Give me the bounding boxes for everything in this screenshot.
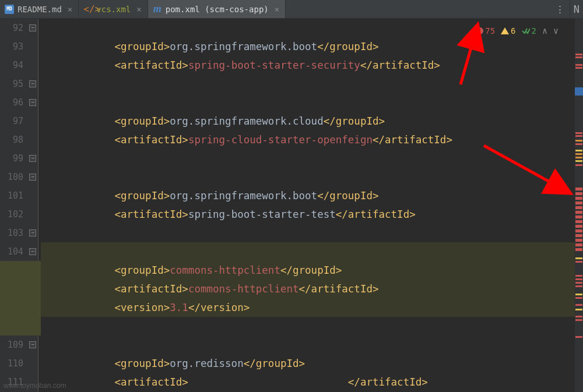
- maven-icon: m: [153, 3, 162, 15]
- line-number: 92: [0, 19, 23, 37]
- error-stripe-marker[interactable]: [575, 275, 582, 277]
- code-line[interactable]: <artifactId>spring-cloud-starter-openfei…: [41, 130, 575, 149]
- error-stripe-marker[interactable]: [575, 64, 582, 66]
- error-stripe-marker[interactable]: [575, 206, 582, 209]
- code-line[interactable]: <artifactId> </artifactId>: [41, 373, 575, 391]
- line-number: 100: [0, 168, 23, 186]
- error-stripe-marker[interactable]: [575, 150, 582, 151]
- error-stripe-marker[interactable]: [575, 294, 582, 295]
- error-stripe-marker[interactable]: [575, 229, 582, 232]
- tab-vcs[interactable]: </> vcs.xml ×: [79, 0, 147, 18]
- code-line[interactable]: <artifactId>commons-httpclient</artifact…: [41, 280, 575, 298]
- right-panel-toggle[interactable]: N: [570, 0, 583, 18]
- code-line[interactable]: <artifactId>spring-boot-starter-test</ar…: [41, 205, 575, 224]
- fold-gutter[interactable]: −−−−−−−−−: [28, 19, 38, 392]
- close-icon[interactable]: ×: [65, 5, 72, 14]
- inspections-widget[interactable]: ! 75 6 2 ∧ ∨: [474, 24, 561, 37]
- warning-count: 6: [511, 26, 515, 36]
- code-line[interactable]: [41, 336, 575, 354]
- tab-readme[interactable]: MD README.md ×: [0, 0, 79, 18]
- ok-indicator[interactable]: 2: [522, 26, 536, 36]
- error-stripe-marker[interactable]: [575, 140, 582, 142]
- line-number: 104: [0, 242, 23, 261]
- error-stripe-marker[interactable]: [575, 216, 582, 218]
- error-stripe-marker[interactable]: [575, 87, 583, 96]
- line-number: 110: [0, 354, 23, 373]
- error-stripe-marker[interactable]: [575, 319, 582, 321]
- code-content[interactable]: <groupId>org.springframework.boot</group…: [38, 19, 575, 392]
- error-stripe-marker[interactable]: [575, 304, 582, 306]
- code-line[interactable]: [41, 168, 575, 186]
- code-line[interactable]: <artifactId>spring-boot-starter-security…: [41, 56, 575, 75]
- warning-indicator[interactable]: 6: [501, 26, 515, 36]
- error-stripe-marker[interactable]: [575, 278, 582, 280]
- code-line[interactable]: [41, 93, 575, 112]
- xml-icon: </>: [83, 3, 93, 15]
- error-stripe-marker[interactable]: [575, 243, 582, 246]
- fold-toggle-icon[interactable]: −: [29, 174, 36, 181]
- error-stripe-marker[interactable]: [575, 153, 582, 155]
- error-stripe-marker[interactable]: [575, 67, 582, 69]
- fold-toggle-icon[interactable]: −: [29, 248, 36, 255]
- fold-toggle-icon[interactable]: −: [29, 80, 36, 87]
- error-stripe-marker[interactable]: [575, 202, 582, 204]
- code-line[interactable]: <groupId>org.springframework.boot</group…: [41, 37, 575, 56]
- error-stripe-marker[interactable]: [575, 248, 582, 251]
- tab-pom[interactable]: m pom.xml (scm-cos-app) ×: [148, 0, 286, 18]
- error-stripe-marker[interactable]: [575, 297, 582, 299]
- error-stripe-marker[interactable]: [575, 188, 582, 190]
- error-stripe-marker[interactable]: [575, 132, 582, 134]
- error-stripe-marker[interactable]: [575, 261, 582, 263]
- error-stripe-marker[interactable]: [575, 309, 582, 310]
- error-stripe[interactable]: [575, 19, 583, 392]
- tab-label: vcs.xml: [96, 5, 131, 14]
- code-line[interactable]: <groupId>org.springframework.cloud</grou…: [41, 112, 575, 130]
- tabs-menu-icon[interactable]: ⋮: [550, 0, 570, 18]
- prev-highlight-icon[interactable]: ∧: [542, 26, 547, 36]
- code-line[interactable]: <groupId>commons-httpclient</groupId>: [41, 261, 575, 280]
- fold-toggle-icon[interactable]: −: [29, 229, 36, 236]
- error-stripe-marker[interactable]: [575, 192, 582, 195]
- line-number: 93: [0, 37, 23, 56]
- fold-toggle-icon[interactable]: −: [29, 24, 36, 31]
- markdown-icon: MD: [5, 5, 14, 14]
- error-stripe-marker[interactable]: [575, 234, 582, 237]
- error-stripe-marker[interactable]: [575, 211, 582, 214]
- error-stripe-marker[interactable]: [575, 157, 582, 158]
- error-indicator[interactable]: ! 75: [476, 26, 495, 36]
- error-stripe-marker[interactable]: [575, 143, 582, 145]
- fold-toggle-icon[interactable]: −: [29, 341, 36, 348]
- error-stripe-marker[interactable]: [575, 164, 582, 166]
- close-icon[interactable]: ×: [272, 5, 279, 14]
- error-stripe-marker[interactable]: [575, 282, 582, 284]
- error-icon: !: [476, 27, 483, 34]
- error-stripe-marker[interactable]: [575, 160, 582, 162]
- fold-toggle-icon[interactable]: −: [29, 155, 36, 162]
- error-stripe-marker[interactable]: [575, 239, 582, 242]
- code-line[interactable]: [41, 242, 575, 261]
- error-stripe-marker[interactable]: [575, 257, 582, 259]
- code-line[interactable]: [41, 75, 575, 93]
- tab-label: pom.xml (scm-cos-app): [166, 5, 269, 14]
- code-line[interactable]: <version>3.1</version>: [41, 298, 575, 317]
- line-number: 103: [0, 224, 23, 242]
- error-stripe-marker[interactable]: [575, 54, 582, 55]
- error-stripe-marker[interactable]: [575, 285, 582, 287]
- line-number: 99: [0, 149, 23, 168]
- error-stripe-marker[interactable]: [575, 316, 582, 317]
- error-stripe-marker[interactable]: [575, 197, 582, 200]
- error-stripe-marker[interactable]: [575, 220, 582, 223]
- tab-label: README.md: [17, 5, 62, 14]
- code-line[interactable]: [41, 224, 575, 242]
- fold-toggle-icon[interactable]: −: [29, 99, 36, 106]
- error-stripe-marker[interactable]: [575, 135, 582, 137]
- error-stripe-marker[interactable]: [575, 336, 582, 338]
- code-line[interactable]: <groupId>org.redisson</groupId>: [41, 354, 575, 373]
- next-highlight-icon[interactable]: ∨: [553, 26, 559, 36]
- error-stripe-marker[interactable]: [575, 56, 582, 58]
- close-icon[interactable]: ×: [134, 5, 141, 14]
- code-line[interactable]: <groupId>org.springframework.boot</group…: [41, 186, 575, 205]
- code-line[interactable]: [41, 317, 575, 336]
- error-stripe-marker[interactable]: [575, 225, 582, 228]
- code-line[interactable]: [41, 149, 575, 168]
